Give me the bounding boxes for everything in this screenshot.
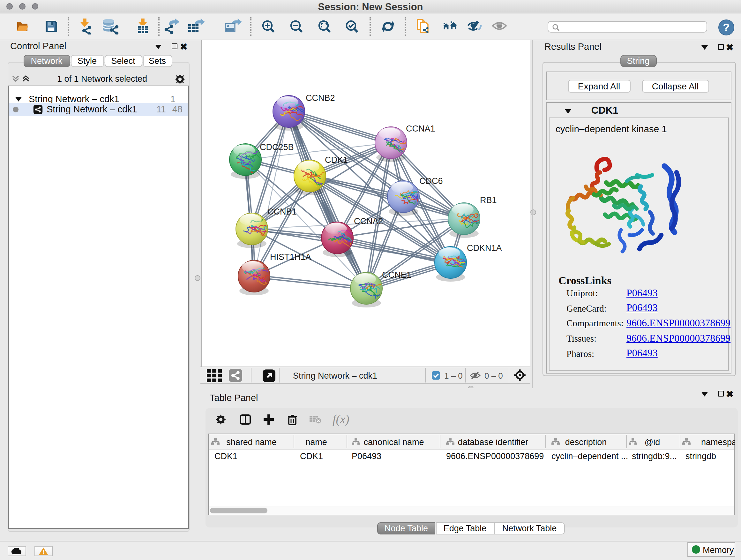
svg-text:CCNA2: CCNA2 [354,216,383,226]
svg-text:CCNB2: CCNB2 [306,93,335,103]
svg-text:CDC6: CDC6 [419,176,443,186]
svg-text:?: ? [723,21,730,33]
svg-text:RB1: RB1 [480,195,497,205]
svg-text:CCNA1: CCNA1 [406,124,435,133]
svg-text:CDK1: CDK1 [325,155,348,165]
svg-text:CDKN1A: CDKN1A [467,243,502,253]
svg-text:HIST1H1A: HIST1H1A [270,252,311,261]
svg-text:CCNB1: CCNB1 [267,206,297,216]
svg-text:CDC25B: CDC25B [260,142,294,152]
svg-text:CCNE1: CCNE1 [382,270,411,279]
